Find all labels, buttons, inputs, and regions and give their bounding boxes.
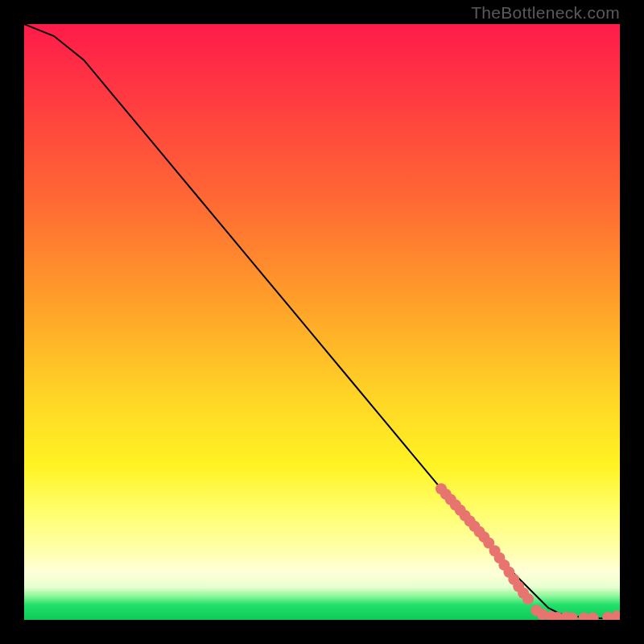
chart-overlay — [24, 24, 620, 620]
watermark-text: TheBottleneck.com — [471, 3, 620, 23]
data-point — [522, 593, 534, 605]
data-point — [588, 613, 599, 620]
data-point — [611, 611, 620, 620]
chart-container: TheBottleneck.com — [0, 0, 644, 644]
data-markers — [436, 483, 620, 620]
data-curve — [24, 24, 620, 619]
plot-area — [24, 24, 620, 620]
